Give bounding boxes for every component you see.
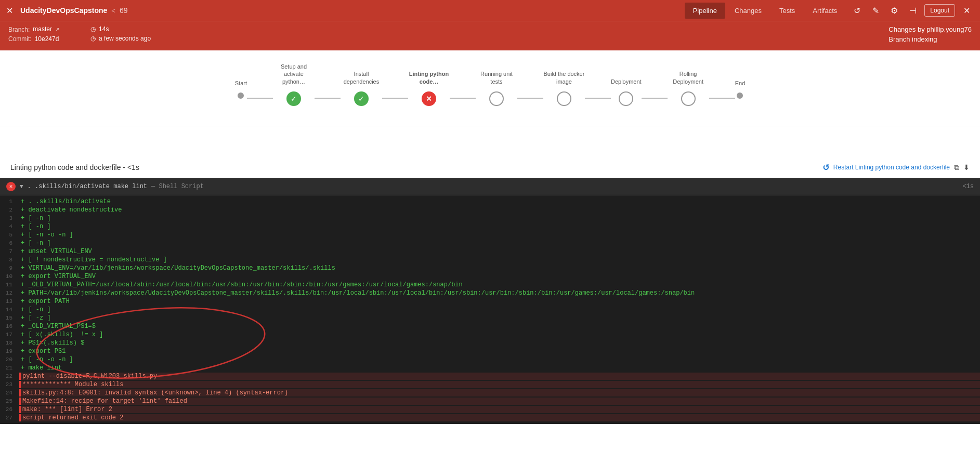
stage-start-circle [238,92,244,99]
log-line: 20+ [ -n -o -n ] [0,355,980,364]
duration-value: 14s [99,25,109,33]
connector-6 [585,98,611,99]
external-open-icon[interactable]: ⧉ [954,163,959,172]
log-line: 7+ unset VIRTUAL_ENV [0,247,980,256]
line-number: 10 [0,273,21,280]
log-line: 27script returned exit code 2 [0,414,980,422]
stage-install-check-icon: ✓ [358,95,364,103]
meta-branch-commit: Branch: master ↗ Commit: 10e247d [8,25,59,45]
line-content: + make lint [21,364,980,372]
external-link-icon: ↗ [55,27,59,32]
log-line: 17+ [ x(.skills) != x ] [0,330,980,339]
line-number: 1 [0,198,21,205]
line-content: + PS1=(.skills) $ [21,339,980,347]
tab-changes[interactable]: Changes [726,3,770,19]
log-line: 9+ VIRTUAL_ENV=/var/lib/jenkins/workspac… [0,264,980,272]
nav-tabs: Pipeline Changes Tests Artifacts [685,3,846,19]
log-line: 5+ [ -n -o -n ] [0,231,980,239]
stage-deployment-label: Deployment [611,78,642,85]
line-number: 3 [0,215,21,221]
line-number: 7 [0,248,21,255]
stage-unit-tests-label: Running unit tests [476,70,517,85]
tab-pipeline[interactable]: Pipeline [685,3,725,19]
signout-icon[interactable]: ⊣ [906,3,920,18]
log-line: 22pylint --disable=R,C,W1203 skills.py [0,372,980,380]
stage-install-label: Install dependencies [341,70,382,85]
line-content: pylint --disable=R,C,W1203 skills.py [19,373,980,380]
log-line: 14+ [ -n ] [0,306,980,314]
line-number: 13 [0,298,21,305]
branch-indexing: Branch indexing [888,35,972,43]
window-close-icon[interactable]: ✕ [6,6,13,16]
restart-circle-icon: ↺ [822,163,829,173]
stage-rolling-circle [681,91,696,106]
duration-row: ◷ 14s [90,25,151,33]
log-line: 8+ [ ! nondestructive = nondestructive ] [0,256,980,264]
edit-icon[interactable]: ✎ [868,3,883,18]
line-number: 22 [0,373,21,379]
branch-value[interactable]: master [33,25,52,33]
stage-rolling[interactable]: Rolling Deployment [668,70,709,106]
log-file-type: — Shell Script [151,183,204,190]
line-content: ************* Module skills [19,381,980,388]
stage-setup-label: Setup and activate python… [273,63,315,85]
section-actions: ↺ Restart Linting python code and docker… [822,163,970,173]
log-section-header: Linting python code and dockerfile - <1s… [0,157,980,178]
app-title: UdacityDevOpsCapstone [20,6,107,15]
stage-linting-circle: ✕ [422,91,436,106]
log-file-time: <1s [962,183,974,190]
tab-artifacts[interactable]: Artifacts [804,3,845,19]
commit-label: Commit: [8,35,32,43]
connector-2 [315,98,341,99]
line-content: + [ -n ] [21,223,980,230]
stage-start[interactable]: Start [235,80,247,106]
logout-button[interactable]: Logout [924,4,955,17]
log-line: 4+ [ -n ] [0,222,980,231]
restart-button[interactable]: Restart Linting python code and dockerfi… [833,164,950,171]
line-content: + [ -n ] [21,240,980,247]
line-number: 21 [0,364,21,371]
log-line: 11+ _OLD_VIRTUAL_PATH=/usr/local/sbin:/u… [0,281,980,289]
stage-linting-x-icon: ✕ [426,95,432,103]
line-content: + [ -n -o -n ] [21,231,980,239]
settings-icon[interactable]: ⚙ [887,3,901,18]
stage-setup-circle: ✓ [286,91,301,106]
changes-by: Changes by phillip.young76 [888,25,972,33]
stage-docker[interactable]: Build the docker image [543,70,585,106]
stage-end-label: End [735,80,746,86]
pipeline-area: Start Setup and activate python… ✓ Insta… [0,50,980,126]
log-line: 23************* Module skills [0,380,980,389]
log-error-badge[interactable]: ✕ [6,182,16,191]
stage-linting-label: Linting python code… [408,70,450,85]
log-line: 15+ [ -z ] [0,314,980,322]
close-icon[interactable]: ✕ [959,3,974,18]
line-number: 26 [0,406,21,413]
line-content: + _OLD_VIRTUAL_PS1=$ [21,323,980,330]
line-content: skills.py:4:8: E0001: invalid syntax (<u… [19,389,980,396]
stage-end[interactable]: End [735,80,746,106]
log-line: 25Makefile:14: recipe for target 'lint' … [0,397,980,405]
time-ago-value: a few seconds ago [99,35,151,42]
download-icon[interactable]: ⬇ [963,163,970,171]
line-content: + export PATH [21,298,980,305]
header-actions: ↺ ✎ ⚙ ⊣ Logout ✕ [850,3,974,18]
connector-7 [642,98,668,99]
line-content: + _OLD_VIRTUAL_PATH=/usr/local/sbin:/usr… [21,281,980,288]
stage-deployment[interactable]: Deployment [611,78,642,106]
line-content: + export PS1 [21,348,980,355]
tab-tests[interactable]: Tests [771,3,803,19]
log-line: 10+ export VIRTUAL_ENV [0,272,980,281]
line-content: make: *** [lint] Error 2 [19,406,980,413]
log-line: 16+ _OLD_VIRTUAL_PS1=$ [0,322,980,330]
stage-setup-check-icon: ✓ [291,95,297,103]
meta-right: Changes by phillip.young76 Branch indexi… [888,25,972,45]
line-number: 15 [0,314,21,321]
refresh-icon[interactable]: ↺ [850,3,864,18]
stage-setup[interactable]: Setup and activate python… ✓ [273,63,315,106]
stage-unit-tests[interactable]: Running unit tests [476,70,517,106]
header-meta: Branch: master ↗ Commit: 10e247d ◷ 14s ◷… [0,21,980,50]
stage-end-circle [737,92,743,99]
stage-linting[interactable]: Linting python code… ✕ [408,70,450,106]
stage-install[interactable]: Install dependencies ✓ [341,70,382,106]
stage-deployment-circle [619,91,633,106]
